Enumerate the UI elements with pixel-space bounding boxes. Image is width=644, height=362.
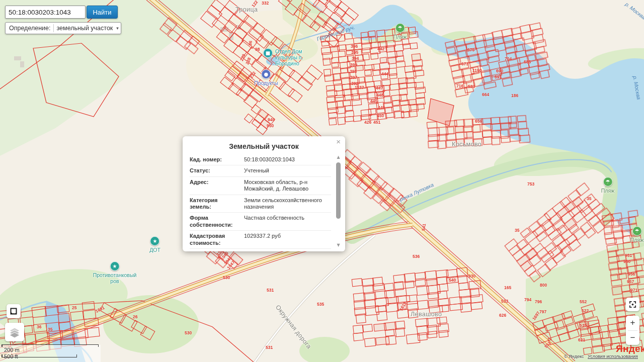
popup-row: Категория земель:Земли сельскохозяйствен… (190, 195, 331, 213)
popup-rows: Кад. номер:50:18:0030203:1043Статус:Учте… (190, 154, 331, 251)
definition-label: Определение: (9, 25, 51, 32)
poi[interactable]: ☂Пляж (601, 177, 614, 194)
parcel-number: 950 (623, 259, 630, 264)
fullscreen-button[interactable] (626, 298, 639, 311)
parcel-number: 685 (524, 59, 531, 64)
find-button[interactable]: Найти (87, 6, 118, 19)
zoom-out-button[interactable]: − (626, 331, 639, 345)
parcel-number: 35 (587, 196, 591, 201)
parcel-number: 35 (48, 327, 52, 332)
parcel-number: 396 (351, 44, 358, 49)
row-value: Московская область, р-н Можайский, д. Ле… (240, 179, 331, 193)
row-label: Адрес: (190, 179, 240, 193)
scroll-down-icon[interactable]: ▼ (337, 243, 340, 247)
parcel-number: 394 (352, 56, 359, 61)
zoom-in-button[interactable]: + (626, 316, 639, 330)
zoom-control: + − (626, 316, 639, 345)
popup-scrollbar[interactable]: ▲ ▼ (336, 155, 341, 247)
parcel-number: 753 (527, 182, 534, 187)
parcel-number: 626 (499, 313, 506, 318)
parcel-number: 442 (377, 46, 384, 51)
poi[interactable]: ★ДОТ (149, 236, 160, 253)
place-label: Косьмово (452, 141, 481, 148)
parcel-number: 165 (504, 285, 511, 290)
parcel-number: 541 (421, 223, 427, 231)
star-icon[interactable]: ★ (110, 261, 120, 271)
parcel-number: 530 (223, 275, 230, 280)
parcel-number: 522 (582, 308, 589, 313)
row-label: Форма собственности: (190, 215, 240, 228)
row-value: 2994 кв.м (240, 251, 331, 251)
parcel-number: 800 (540, 283, 547, 288)
beach-icon[interactable]: ☂ (632, 226, 641, 236)
parcel-number: 398 (350, 69, 357, 74)
definition-select[interactable]: Определение: земельный участок ▾ (5, 22, 121, 34)
parcel-number: 956 (628, 272, 635, 277)
parcel-number: 971 (630, 288, 637, 293)
parcel-number: 1697 (531, 311, 541, 321)
parcel-number: 228 (245, 57, 252, 65)
water-label: р. Москва (624, 1, 644, 21)
culture-icon[interactable]: ■ (263, 48, 273, 58)
shop-icon[interactable]: ● (261, 69, 271, 79)
chevron-down-icon: ▾ (116, 26, 119, 31)
attribution: © Яндекс Условия использования (564, 354, 638, 359)
poi[interactable]: ☂Пляж (630, 226, 643, 243)
place-label: Троица (235, 6, 258, 13)
row-value: 1029337.2 руб (240, 233, 331, 246)
popup-row: Кадастровая стоимость:1029337.2 руб (190, 231, 331, 249)
parcel-number: 664 (482, 92, 489, 97)
place-label: Окружная дорога (274, 304, 312, 350)
scrollbar-thumb[interactable] (336, 162, 341, 219)
popup-row: Кад. номер:50:18:0030203:1043 (190, 154, 331, 165)
poi-label: Пляж (630, 237, 643, 243)
fullscreen-icon (629, 301, 636, 308)
parcel-number: 451 (373, 120, 380, 125)
parcel-number: 449 (378, 105, 385, 110)
parcel-number: 35 (515, 228, 519, 233)
row-label: Кад. номер: (190, 156, 240, 163)
parcel-number: 25 (72, 305, 76, 310)
parcel-number: 621 (578, 337, 585, 342)
parcel-number: 37 (59, 329, 63, 334)
parcel-number: 691 (495, 74, 502, 79)
parcel-number: 1619 (398, 301, 408, 311)
poi-label: Пляж (601, 188, 614, 194)
copyright-text: © Яндекс (564, 354, 584, 359)
parcel-number: 332 (262, 1, 269, 6)
parcel-number: 395 (351, 50, 358, 55)
layers-button[interactable] (5, 323, 24, 341)
poi-label: Пляж (393, 34, 407, 40)
parcel-number: 930 (468, 274, 475, 279)
parcel-number: 530 (185, 330, 192, 335)
poi-label: Продукты (254, 80, 278, 86)
poi[interactable]: ☂Пляж (393, 23, 407, 40)
beach-icon[interactable]: ☂ (395, 23, 405, 33)
poi[interactable]: ●Продукты (254, 69, 278, 86)
parcel-number: 531 (266, 345, 273, 350)
parcel-number: 690 (496, 68, 503, 73)
parcel-number: 540 (449, 278, 456, 283)
scroll-up-icon[interactable]: ▲ (337, 155, 340, 159)
close-icon[interactable]: × (336, 138, 341, 145)
parcel-number: 951 (625, 253, 632, 258)
scale-metric: 200 m (4, 347, 20, 353)
parcel-number: 445 (370, 99, 377, 104)
popup-row: Адрес:Московская область, р-н Можайский,… (190, 177, 331, 195)
beach-icon[interactable]: ☂ (603, 177, 612, 187)
poi[interactable]: ■Отдел Дом культуры п. Бородино (263, 48, 303, 66)
parcel-number: 957 (627, 279, 634, 284)
row-label: Категория земель: (190, 197, 240, 211)
measure-button[interactable] (7, 304, 21, 318)
star-icon[interactable]: ★ (150, 236, 159, 246)
row-label: Статус: (190, 167, 240, 174)
row-value: Учтенный (240, 167, 331, 174)
search-input[interactable] (5, 6, 86, 19)
yandex-logo[interactable]: Яндекс (616, 343, 644, 354)
terms-link[interactable]: Условия использования (588, 354, 638, 359)
row-value: Частная собственность (240, 215, 331, 228)
parcel-number: 675 (467, 47, 474, 52)
parcel-number: 552 (580, 299, 587, 304)
parcel-info-popup: × Земельный участок Кад. номер:50:18:003… (183, 136, 345, 251)
poi[interactable]: ★Противотанковый ров (93, 261, 137, 284)
